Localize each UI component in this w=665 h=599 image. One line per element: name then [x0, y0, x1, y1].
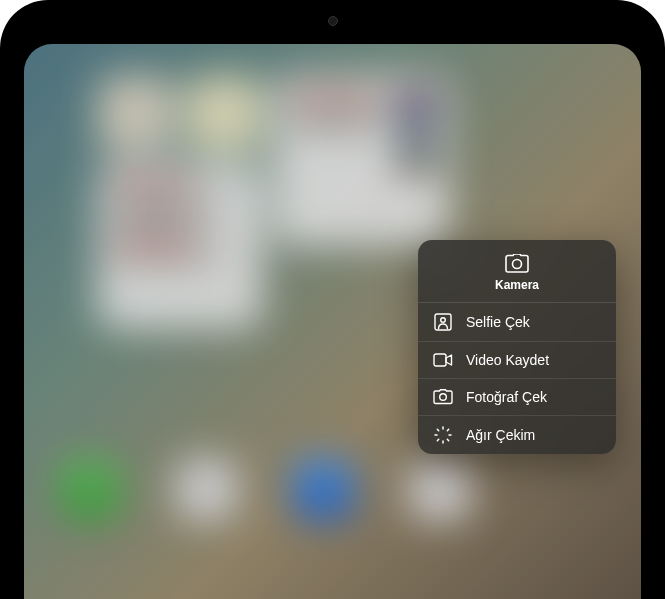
svg-point-0: [513, 260, 522, 269]
svg-line-11: [437, 439, 438, 440]
menu-item-label: Fotoğraf Çek: [466, 389, 547, 405]
selfie-icon: [432, 313, 454, 331]
slowmo-icon: [432, 426, 454, 444]
menu-header[interactable]: Kamera: [418, 240, 616, 303]
home-screen: Kamera Selfie Çek: [24, 44, 641, 599]
svg-rect-3: [434, 354, 446, 366]
menu-item-label: Ağır Çekim: [466, 427, 535, 443]
menu-item-label: Video Kaydet: [466, 352, 549, 368]
menu-item-video[interactable]: Video Kaydet: [418, 342, 616, 379]
menu-title: Kamera: [418, 278, 616, 292]
photo-icon: [432, 389, 454, 405]
camera-context-menu: Kamera Selfie Çek: [418, 240, 616, 454]
menu-item-slowmo[interactable]: Ağır Çekim: [418, 416, 616, 454]
menu-item-selfie[interactable]: Selfie Çek: [418, 303, 616, 342]
svg-line-12: [447, 429, 448, 430]
menu-item-label: Selfie Çek: [466, 314, 530, 330]
video-icon: [432, 353, 454, 367]
menu-item-photo[interactable]: Fotoğraf Çek: [418, 379, 616, 416]
svg-point-2: [441, 318, 446, 323]
svg-point-4: [440, 394, 447, 401]
camera-icon: [418, 254, 616, 274]
svg-line-10: [447, 439, 448, 440]
device-camera-sensor: [328, 16, 338, 26]
device-frame: Kamera Selfie Çek: [0, 0, 665, 599]
svg-line-9: [437, 429, 438, 430]
